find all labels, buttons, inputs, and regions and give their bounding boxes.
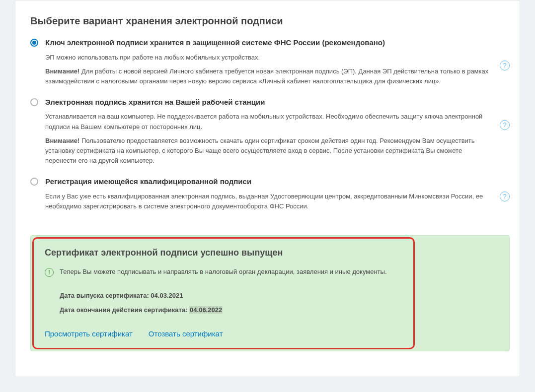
info-icon: ! [45,268,54,277]
help-icon[interactable]: ? [500,192,510,201]
warn-text: Пользователю предоставляется возможность… [45,137,475,164]
view-certificate-link[interactable]: Просмотреть сертификат [45,329,133,338]
cert-title: Сертификат электронной подписи успешно в… [45,248,495,258]
option-warning: Внимание! Для работы с новой версией Лич… [45,66,490,86]
help-icon[interactable]: ? [500,120,510,130]
certificate-success-panel: Сертификат электронной подписи успешно в… [30,235,510,351]
expiry-date-value: 04.06.2022 [189,306,223,314]
warn-prefix: Внимание! [45,67,79,75]
option-local-storage[interactable]: Электронная подпись хранится на Вашей ра… [30,97,510,177]
option-desc: Если у Вас уже есть квалифицированная эл… [45,192,490,211]
storage-option-card: Выберите вариант хранения электронной по… [15,0,520,377]
cert-actions: Просмотреть сертификат Отозвать сертифик… [45,329,495,338]
page-title: Выберите вариант хранения электронной по… [30,15,510,27]
issue-date-label: Дата выпуска сертификата: [60,292,151,299]
option-warning: Внимание! Пользователю предоставляется в… [45,136,490,166]
cert-info-text: Теперь Вы можете подписывать и направлят… [60,268,387,275]
radio-qualified-signature[interactable] [30,178,38,186]
option-desc: Устанавливается на ваш компьютер. Не под… [45,112,490,131]
issue-date-value: 04.03.2021 [151,292,183,299]
issue-date-row: Дата выпуска сертификата: 04.03.2021 [60,292,495,299]
revoke-certificate-link[interactable]: Отозвать сертификат [149,329,223,338]
cert-info-row: ! Теперь Вы можете подписывать и направл… [45,268,495,277]
warn-prefix: Внимание! [45,137,79,144]
help-icon[interactable]: ? [500,61,510,70]
option-desc: ЭП можно использовать при работе на любы… [45,53,490,63]
option-title[interactable]: Электронная подпись хранится на Вашей ра… [45,97,490,107]
cert-dates: Дата выпуска сертификата: 04.03.2021 Дат… [45,292,495,314]
expiry-date-row: Дата окончания действия сертификата: 04.… [60,306,495,314]
warn-text: Для работы с новой версией Личного кабин… [45,67,488,85]
option-title[interactable]: Регистрация имеющейся квалифицированной … [45,177,490,187]
radio-local-storage[interactable] [30,98,38,106]
option-fns-storage[interactable]: Ключ электронной подписи хранится в защи… [30,38,510,97]
option-qualified-signature[interactable]: Регистрация имеющейся квалифицированной … [30,177,510,226]
expiry-date-label: Дата окончания действия сертификата: [60,306,189,314]
option-title[interactable]: Ключ электронной подписи хранится в защи… [45,38,490,48]
radio-fns-storage[interactable] [30,39,38,47]
